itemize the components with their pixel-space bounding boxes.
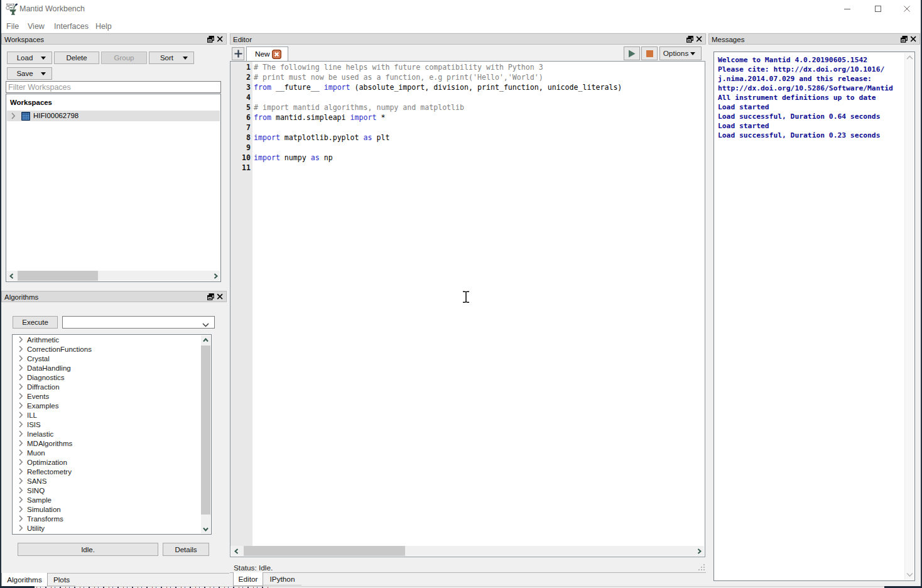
category-expand-icon[interactable] [19, 515, 23, 522]
algorithm-category-row[interactable]: Events [13, 391, 195, 401]
category-expand-icon[interactable] [19, 440, 23, 447]
scroll-left-button[interactable] [233, 548, 239, 554]
sort-button[interactable]: Sort [149, 52, 194, 64]
category-expand-icon[interactable] [19, 477, 23, 484]
algorithm-category-row[interactable]: Arithmetic [13, 335, 195, 344]
menu-interfaces[interactable]: Interfaces [54, 22, 89, 31]
algorithm-category-row[interactable]: Transforms [13, 514, 195, 523]
maximize-button[interactable] [873, 4, 883, 14]
editor-panel-close-icon[interactable] [696, 36, 703, 43]
scroll-right-button[interactable] [212, 273, 219, 279]
scroll-right-icon [214, 273, 218, 279]
algorithm-category-label: Optimization [27, 459, 67, 466]
algorithm-category-row[interactable]: Crystal [13, 354, 195, 363]
workspaces-panel-float-icon[interactable] [207, 36, 214, 43]
algorithm-category-row[interactable]: SINQ [13, 486, 195, 495]
editor-hscroll-thumb[interactable] [244, 546, 405, 556]
code-editor[interactable]: 1# The following line helps with future … [230, 61, 705, 557]
category-expand-icon[interactable] [19, 525, 23, 531]
workspaces-hscroll-thumb[interactable] [18, 271, 98, 281]
category-expand-icon[interactable] [19, 393, 23, 400]
tab-ipython[interactable]: IPython [263, 573, 301, 585]
idle-status-button[interactable]: Idle. [18, 543, 158, 556]
chevron-right-icon [19, 487, 23, 494]
category-expand-icon[interactable] [19, 506, 23, 513]
algorithm-category-row[interactable]: CorrectionFunctions [13, 344, 195, 354]
algorithms-panel-close-icon[interactable] [217, 293, 224, 300]
tab-algorithms[interactable]: Algorithms [1, 573, 48, 587]
algorithm-category-row[interactable]: Muon [13, 448, 195, 457]
algorithm-category-row[interactable]: Utility [13, 523, 195, 533]
workspaces-hscrollbar[interactable] [7, 271, 220, 281]
messages-panel-float-icon[interactable] [901, 36, 908, 43]
algorithms-vscroll-thumb[interactable] [201, 346, 210, 514]
run-button[interactable] [624, 46, 640, 60]
menu-help[interactable]: Help [95, 22, 112, 31]
messages-vscrollbar[interactable] [904, 53, 914, 580]
messages-box[interactable]: Welcome to Mantid 4.0.20190605.1542Pleas… [713, 52, 915, 581]
category-expand-icon[interactable] [19, 496, 23, 503]
workspace-item-row[interactable]: HIFI00062798 [7, 111, 220, 121]
category-expand-icon[interactable] [19, 430, 23, 437]
scroll-up-button[interactable] [203, 337, 209, 342]
details-button[interactable]: Details [163, 543, 209, 556]
algorithm-category-row[interactable]: Examples [13, 401, 195, 410]
category-expand-icon[interactable] [19, 468, 23, 475]
algorithm-category-row[interactable]: Simulation [13, 504, 195, 514]
delete-button[interactable]: Delete [54, 52, 99, 64]
scroll-right-button[interactable] [696, 548, 702, 554]
editor-panel-float-icon[interactable] [686, 36, 693, 43]
scroll-left-button[interactable] [8, 273, 14, 279]
scroll-down-button[interactable] [906, 572, 913, 577]
expand-chevron-icon[interactable] [11, 112, 16, 119]
new-tab-button[interactable] [232, 47, 244, 60]
workspaces-panel-close-icon[interactable] [217, 36, 224, 43]
save-button[interactable]: Save [7, 67, 52, 80]
menu-file[interactable]: File [6, 22, 19, 31]
category-expand-icon[interactable] [19, 487, 23, 494]
category-expand-icon[interactable] [19, 346, 23, 352]
close-button[interactable] [902, 4, 912, 14]
tab-close-button[interactable] [272, 50, 281, 59]
load-button[interactable]: Load [7, 52, 52, 64]
algorithm-category-row[interactable]: Sample [13, 495, 195, 504]
tab-plots[interactable]: Plots [48, 574, 75, 586]
scroll-down-button[interactable] [203, 526, 209, 531]
execute-button[interactable]: Execute [13, 316, 58, 329]
algorithm-category-row[interactable]: MDAlgorithms [13, 438, 195, 448]
algorithm-category-row[interactable]: Optimization [13, 457, 195, 467]
algorithm-category-row[interactable]: Diagnostics [13, 373, 195, 382]
algorithm-category-row[interactable]: ILL [13, 410, 195, 420]
category-expand-icon[interactable] [19, 411, 23, 418]
editor-hscrollbar[interactable] [231, 546, 704, 556]
algorithm-combobox[interactable] [62, 316, 215, 329]
chevron-right-icon [19, 525, 23, 532]
algorithm-category-row[interactable]: Inelastic [13, 429, 195, 438]
tab-editor[interactable]: Editor [233, 572, 263, 586]
category-expand-icon[interactable] [19, 336, 23, 343]
category-expand-icon[interactable] [19, 383, 23, 390]
category-expand-icon[interactable] [19, 421, 23, 428]
category-expand-icon[interactable] [19, 355, 23, 362]
algorithm-category-row[interactable]: ISIS [13, 420, 195, 429]
menu-view[interactable]: View [28, 22, 45, 31]
category-expand-icon[interactable] [19, 459, 23, 466]
editor-file-tab-new[interactable]: New [246, 46, 288, 61]
algorithm-category-row[interactable]: SANS [13, 476, 195, 486]
algorithms-panel-float-icon[interactable] [207, 293, 214, 300]
category-expand-icon[interactable] [19, 364, 23, 371]
algorithms-vscrollbar[interactable] [201, 335, 210, 533]
category-expand-icon[interactable] [19, 402, 23, 409]
category-expand-icon[interactable] [19, 374, 23, 381]
stop-button[interactable] [641, 46, 658, 60]
scroll-up-button[interactable] [906, 55, 913, 60]
filter-workspaces-input[interactable]: Filter Workspaces [6, 81, 221, 93]
algorithm-category-row[interactable]: Diffraction [13, 382, 195, 391]
minimize-button[interactable] [842, 4, 852, 14]
algorithm-category-row[interactable]: Reflectometry [13, 467, 195, 476]
algorithm-category-row[interactable]: DataHandling [13, 363, 195, 373]
options-button[interactable]: Options [659, 46, 702, 60]
messages-panel-close-icon[interactable] [910, 36, 917, 43]
category-expand-icon[interactable] [19, 449, 23, 456]
size-grip[interactable] [698, 564, 706, 572]
